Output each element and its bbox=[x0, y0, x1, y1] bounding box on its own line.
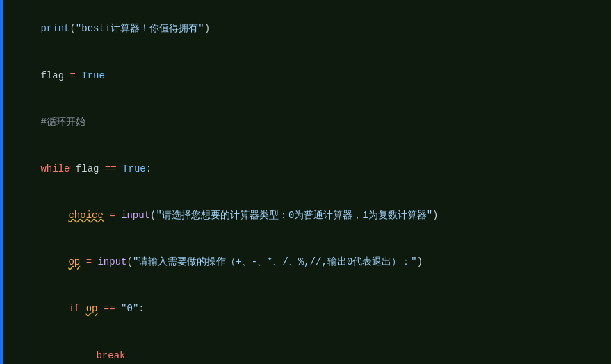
keyword-if-1: if bbox=[68, 303, 80, 314]
line-6: op = input("请输入需要做的操作（+、-、*、/、%,//,输出0代表… bbox=[0, 239, 611, 286]
keyword-while: while bbox=[40, 163, 70, 174]
code-editor[interactable]: print("besti计算器！你值得拥有") flag = True #循环开… bbox=[0, 0, 611, 364]
line-7: if op == "0": bbox=[0, 286, 611, 332]
left-border bbox=[0, 0, 3, 364]
keyword-print: print bbox=[40, 23, 70, 34]
var-choice: choice bbox=[68, 210, 103, 221]
line-8: break bbox=[0, 332, 611, 364]
line-5: choice = input("请选择您想要的计算器类型：0为普通计算器，1为复… bbox=[0, 192, 611, 239]
line-4: while flag == True: bbox=[0, 146, 611, 192]
keyword-break: break bbox=[96, 350, 125, 361]
line-1: print("besti计算器！你值得拥有") bbox=[0, 6, 611, 52]
line-3: #循环开始 bbox=[0, 99, 611, 145]
var-flag: flag bbox=[40, 70, 64, 81]
comment-loop-start: #循环开始 bbox=[40, 117, 85, 128]
var-op: op bbox=[68, 256, 80, 267]
line-2: flag = True bbox=[0, 52, 611, 99]
